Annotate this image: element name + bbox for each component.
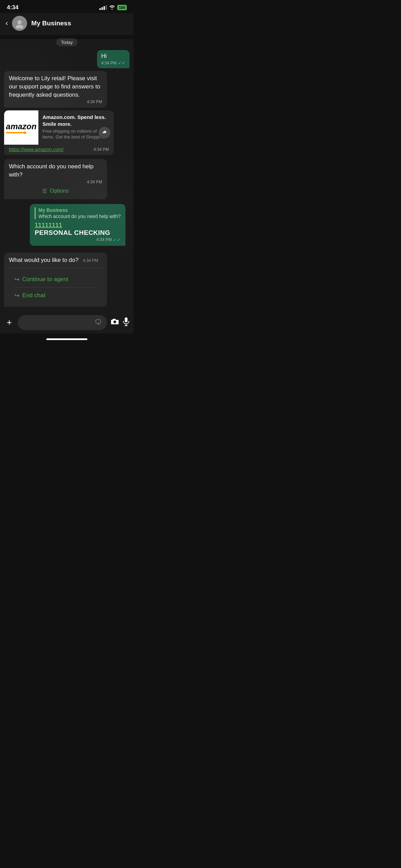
message-out-hi: Hi 4:34 PM ✓✓	[0, 49, 134, 70]
status-bar: 4:34 100	[0, 0, 134, 13]
message-text: Which account do you need help with?	[9, 163, 94, 178]
message-text: What would you like to do?	[9, 257, 78, 263]
link-preview-title: Amazon.com. Spend less. Smile more.	[42, 114, 110, 127]
contact-name[interactable]: My Business	[31, 20, 71, 27]
account-type: PERSONAL CHECKING	[35, 229, 121, 237]
amazon-logo-text: amazon	[6, 122, 36, 131]
link-url[interactable]: https://www.amazon.com/	[9, 147, 64, 152]
message-text: Welcome to Lily retail! Please visit our…	[9, 75, 100, 98]
options-button[interactable]: ☰ Options	[9, 184, 102, 196]
account-id: 11111111	[35, 222, 121, 229]
end-chat-label: End chat	[22, 292, 45, 299]
chat-header: ‹ My Business	[0, 13, 134, 35]
continue-to-agent-button[interactable]: ↩ Continue to agent	[9, 272, 102, 287]
amazon-logo-image: amazon	[4, 110, 38, 145]
home-bar	[46, 338, 87, 340]
message-time: 4:34 PM	[87, 180, 102, 184]
svg-point-1	[16, 25, 23, 28]
status-time: 4:34	[7, 4, 19, 11]
message-in-actions: What would you like to do? 4:34 PM ↩ Con…	[0, 251, 134, 308]
status-icons: 100	[99, 5, 127, 11]
message-time: 4:34 PM	[83, 258, 98, 263]
emoji-button[interactable]: 🗨	[95, 318, 101, 326]
input-bar: + 🗨	[0, 312, 134, 334]
quote-sender-name: My Business	[38, 207, 121, 213]
message-time: 4:34 PM	[101, 61, 117, 65]
battery-icon: 100	[117, 5, 127, 10]
read-receipt-icon: ✓✓	[113, 237, 121, 242]
date-label: Today	[0, 39, 134, 45]
svg-rect-2	[125, 317, 127, 322]
message-out-account-selection: My Business Which account do you need he…	[30, 204, 125, 246]
chat-area: Today Hi 4:34 PM ✓✓ Welcome to Lily reta…	[0, 39, 134, 312]
reply-icon: ↩	[14, 292, 20, 299]
attach-button[interactable]: +	[4, 317, 14, 328]
contact-avatar	[12, 16, 27, 31]
svg-point-0	[17, 20, 22, 24]
read-receipt-icon: ✓✓	[118, 60, 125, 65]
reply-icon: ↩	[14, 276, 20, 283]
message-time: 4:34 PM	[87, 99, 102, 104]
message-link-preview[interactable]: amazon Amazon.com. Spend less. Smile mor…	[4, 110, 114, 155]
message-time: 4:34 PM	[94, 147, 109, 152]
end-chat-button[interactable]: ↩ End chat	[9, 288, 102, 303]
wifi-icon	[109, 5, 115, 11]
camera-button[interactable]	[110, 318, 119, 327]
message-input[interactable]: 🗨	[18, 315, 107, 330]
home-indicator	[0, 334, 134, 345]
options-label: Options	[50, 188, 69, 194]
back-button[interactable]: ‹	[5, 19, 8, 28]
signal-icon	[99, 5, 107, 10]
continue-agent-label: Continue to agent	[22, 276, 68, 283]
microphone-button[interactable]	[123, 317, 130, 328]
message-text: Hi	[101, 53, 107, 59]
list-icon: ☰	[42, 188, 47, 194]
amazon-arrow-icon	[6, 132, 26, 133]
message-in-welcome: Welcome to Lily retail! Please visit our…	[0, 70, 134, 109]
quote-text: Which account do you need help with?	[38, 214, 121, 219]
message-time: 4:34 PM	[96, 237, 112, 242]
forward-button[interactable]	[99, 127, 110, 138]
message-in-account: Which account do you need help with? 4:3…	[0, 158, 134, 201]
